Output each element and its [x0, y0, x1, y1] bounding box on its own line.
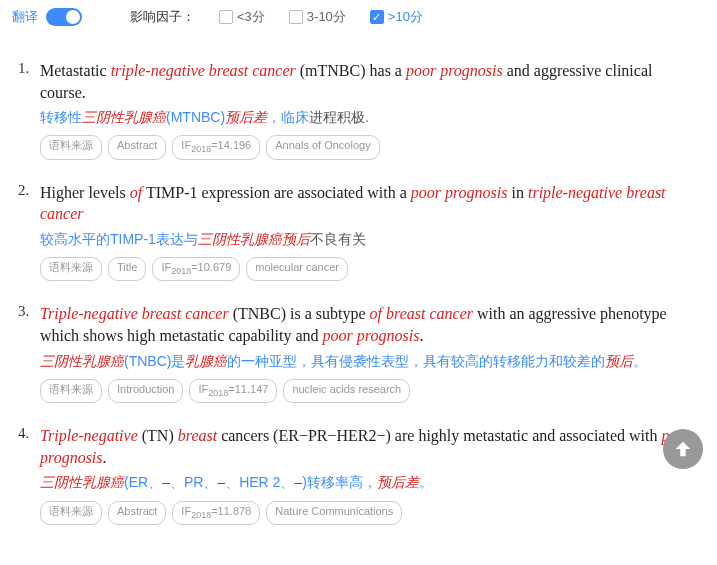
- tag-row: 语料来源AbstractIF2018=14.196Annals of Oncol…: [40, 135, 699, 159]
- english-sentence: Triple-negative (TN) breast cancers (ER−…: [40, 425, 699, 468]
- results-list: 1.Metastatic triple-negative breast canc…: [0, 60, 717, 535]
- impact-factor-label: 影响因子：: [130, 8, 195, 26]
- result-item: 1.Metastatic triple-negative breast canc…: [18, 60, 699, 160]
- tag-row: 语料来源IntroductionIF2018=11.147nucleic aci…: [40, 379, 699, 403]
- result-item: 4.Triple-negative (TN) breast cancers (E…: [18, 425, 699, 525]
- item-body: Metastatic triple-negative breast cancer…: [40, 60, 699, 160]
- chinese-translation: 三阴性乳腺癌(ER、–、PR、–、HER 2、–)转移率高，预后差。: [40, 472, 699, 492]
- item-body: Triple-negative breast cancer (TNBC) is …: [40, 303, 699, 403]
- tag-row: 语料来源AbstractIF2018=11.878Nature Communic…: [40, 501, 699, 525]
- tag-section[interactable]: Title: [108, 257, 146, 281]
- filter-lt3[interactable]: <3分: [219, 8, 265, 26]
- tag-impact-factor[interactable]: IF2018=14.196: [172, 135, 260, 159]
- filter-bar: 翻译 影响因子： <3分 3-10分 ✓ >10分: [0, 0, 717, 38]
- checkbox-icon: [219, 10, 233, 24]
- filter-option-label: <3分: [237, 8, 265, 26]
- result-item: 3.Triple-negative breast cancer (TNBC) i…: [18, 303, 699, 403]
- tag-impact-factor[interactable]: IF2018=11.147: [189, 379, 277, 403]
- tag-journal[interactable]: molecular cancer: [246, 257, 348, 281]
- tag-journal[interactable]: Nature Communications: [266, 501, 402, 525]
- translate-toggle[interactable]: [46, 8, 82, 26]
- tag-journal[interactable]: Annals of Oncology: [266, 135, 379, 159]
- translate-label: 翻译: [12, 8, 38, 26]
- item-body: Higher levels of TIMP-1 expression are a…: [40, 182, 699, 282]
- item-body: Triple-negative (TN) breast cancers (ER−…: [40, 425, 699, 525]
- chinese-translation: 较高水平的TIMP-1表达与三阴性乳腺癌预后不良有关: [40, 229, 699, 249]
- item-number: 4.: [18, 425, 40, 525]
- tag-source[interactable]: 语料来源: [40, 135, 102, 159]
- item-number: 3.: [18, 303, 40, 403]
- tag-section[interactable]: Introduction: [108, 379, 183, 403]
- checkbox-icon: [289, 10, 303, 24]
- tag-row: 语料来源TitleIF2018=10.679molecular cancer: [40, 257, 699, 281]
- arrow-up-icon: [672, 438, 694, 460]
- chinese-translation: 三阴性乳腺癌(TNBC)是乳腺癌的一种亚型，具有侵袭性表型，具有较高的转移能力和…: [40, 351, 699, 371]
- filter-gt10[interactable]: ✓ >10分: [370, 8, 423, 26]
- filter-option-label: >10分: [388, 8, 423, 26]
- tag-source[interactable]: 语料来源: [40, 379, 102, 403]
- tag-impact-factor[interactable]: IF2018=10.679: [152, 257, 240, 281]
- tag-section[interactable]: Abstract: [108, 135, 166, 159]
- filter-3-10[interactable]: 3-10分: [289, 8, 346, 26]
- tag-journal[interactable]: nucleic acids research: [283, 379, 410, 403]
- checkbox-icon: ✓: [370, 10, 384, 24]
- english-sentence: Triple-negative breast cancer (TNBC) is …: [40, 303, 699, 346]
- chinese-translation: 转移性三阴性乳腺癌(MTNBC)预后差，临床进程积极.: [40, 107, 699, 127]
- filter-option-label: 3-10分: [307, 8, 346, 26]
- tag-impact-factor[interactable]: IF2018=11.878: [172, 501, 260, 525]
- item-number: 1.: [18, 60, 40, 160]
- tag-source[interactable]: 语料来源: [40, 257, 102, 281]
- tag-source[interactable]: 语料来源: [40, 501, 102, 525]
- scroll-top-button[interactable]: [663, 429, 703, 469]
- result-item: 2.Higher levels of TIMP-1 expression are…: [18, 182, 699, 282]
- item-number: 2.: [18, 182, 40, 282]
- tag-section[interactable]: Abstract: [108, 501, 166, 525]
- english-sentence: Higher levels of TIMP-1 expression are a…: [40, 182, 699, 225]
- english-sentence: Metastatic triple-negative breast cancer…: [40, 60, 699, 103]
